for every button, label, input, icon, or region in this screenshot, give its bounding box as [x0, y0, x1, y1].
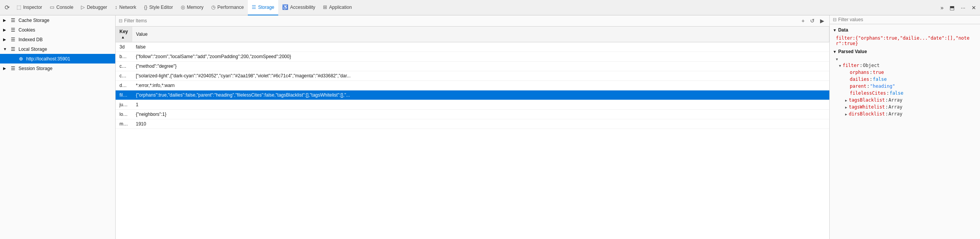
- style-editor-label: Style Editor: [149, 5, 173, 10]
- tree-child-value: true: [873, 70, 884, 75]
- table-row: mainWin...1910: [116, 119, 829, 129]
- indexed-db-icon: ☰: [10, 37, 16, 42]
- sidebar-item-cookies[interactable]: ▶ ☰ Cookies: [0, 25, 115, 35]
- tab-debugger[interactable]: ▷ Debugger: [77, 0, 111, 15]
- storage-table: Key ▲ Value 3dfalsebehavior{"follow":"zo…: [116, 27, 829, 239]
- cell-key[interactable]: justificati...: [116, 100, 132, 110]
- session-storage-icon: ☰: [10, 65, 16, 71]
- cell-key[interactable]: filter: [116, 90, 132, 100]
- table-row: 3dfalse: [116, 42, 829, 52]
- tab-accessibility[interactable]: ♿ Accessibility: [278, 0, 319, 15]
- tree-root-key: filter: [842, 63, 859, 68]
- tab-performance[interactable]: ◷ Performance: [207, 0, 248, 15]
- tree-child-arrow[interactable]: ▶: [845, 99, 847, 102]
- tree-child-key: orphans: [850, 70, 869, 75]
- cell-key[interactable]: local: [116, 110, 132, 119]
- cell-value[interactable]: 1910: [132, 119, 829, 129]
- tab-network[interactable]: ↕ Network: [111, 0, 140, 15]
- center-panel: ⊟ + ↺ ▶ Key ▲ Value: [116, 15, 830, 239]
- table-row: coloring{"method":"degree"}: [116, 62, 829, 71]
- parsed-tree: ▼ ▼ filter : Object orphans:truedailies:…: [830, 56, 980, 118]
- cell-key[interactable]: behavior: [116, 52, 132, 62]
- value-column-header[interactable]: Value: [132, 27, 829, 42]
- cell-value[interactable]: false: [132, 42, 829, 52]
- tree-expand-icon[interactable]: ▼: [836, 57, 838, 61]
- storage-icon: ☰: [252, 4, 256, 10]
- center-filter-input[interactable]: [124, 18, 798, 23]
- cell-key[interactable]: coloring: [116, 62, 132, 71]
- debugger-icon: ▷: [81, 4, 85, 10]
- cell-key[interactable]: colorThe...: [116, 71, 132, 81]
- tab-application[interactable]: ⊞ Application: [319, 0, 356, 15]
- console-icon: ▭: [50, 4, 54, 10]
- play-button[interactable]: ▶: [818, 17, 826, 25]
- sidebar-item-local-storage[interactable]: ▼ ☰ Local Storage: [0, 44, 115, 54]
- local-storage-icon: ☰: [10, 46, 16, 52]
- table-row: justificati...1: [116, 100, 829, 110]
- sidebar-item-label: http://localhost:35901: [26, 56, 70, 62]
- inspector-label: Inspector: [23, 5, 42, 10]
- data-section-header[interactable]: ▼ Data: [830, 26, 980, 34]
- cell-key[interactable]: debug: [116, 81, 132, 90]
- style-editor-icon: {}: [144, 4, 148, 10]
- cell-value[interactable]: *:error,*:info,*:warn: [132, 81, 829, 90]
- tree-child-value: "heading": [870, 84, 895, 89]
- refresh-button[interactable]: ↺: [808, 17, 817, 25]
- tree-child-colon: :: [870, 77, 872, 82]
- right-panel-content: ▼ Data filter:{"orphans":true,"dailie...…: [830, 24, 980, 239]
- cell-value[interactable]: {"follow":"zoom","localSame":"add","zoom…: [132, 52, 829, 62]
- main-content: ▶ ☰ Cache Storage ▶ ☰ Cookies ▶ ☰ Indexe…: [0, 15, 980, 239]
- options-button[interactable]: ···: [958, 3, 968, 12]
- tree-child-colon: :: [885, 111, 888, 117]
- application-icon: ⊞: [323, 4, 327, 10]
- key-column-header[interactable]: Key ▲: [116, 27, 132, 42]
- tree-root-arrow[interactable]: ▼: [839, 64, 841, 68]
- tab-console[interactable]: ▭ Console: [46, 0, 77, 15]
- sidebar-item-indexed-db[interactable]: ▶ ☰ Indexed DB: [0, 35, 115, 44]
- add-row-button[interactable]: +: [800, 17, 807, 25]
- tab-inspector[interactable]: ⬚ Inspector: [13, 0, 46, 15]
- sidebar-item-localhost[interactable]: ⊕ http://localhost:35901: [0, 54, 115, 64]
- tab-storage[interactable]: ☰ Storage: [248, 0, 278, 15]
- tree-child-value: Array: [889, 97, 903, 103]
- data-section-label: Data: [838, 27, 848, 33]
- tree-child-arrow[interactable]: ▶: [845, 105, 847, 109]
- cell-value[interactable]: ["solarized-light",{"dark-cyan":"#204052…: [132, 71, 829, 81]
- right-panel: ⊟ ▼ Data filter:{"orphans":true,"dailie.…: [830, 15, 980, 239]
- sidebar-item-session-storage[interactable]: ▶ ☰ Session Storage: [0, 64, 115, 73]
- tree-child-arrow[interactable]: ▶: [845, 112, 847, 116]
- tree-child-row: orphans:true: [830, 69, 980, 76]
- parsed-section-chevron: ▼: [833, 50, 837, 54]
- globe-icon: ⊕: [18, 56, 24, 62]
- right-filter-icon: ⊟: [833, 17, 837, 22]
- dock-button[interactable]: ⬒: [947, 3, 957, 12]
- tab-memory[interactable]: ◎ Memory: [177, 0, 207, 15]
- debugger-label: Debugger: [87, 5, 107, 10]
- cell-value[interactable]: {"neighbors":1}: [132, 110, 829, 119]
- accessibility-icon: ♿: [282, 4, 288, 10]
- sidebar-item-cache-storage[interactable]: ▶ ☰ Cache Storage: [0, 15, 115, 25]
- tab-style-editor[interactable]: {} Style Editor: [140, 0, 177, 15]
- cell-key[interactable]: mainWin...: [116, 119, 132, 129]
- parsed-section-label: Parsed Value: [838, 49, 867, 54]
- close-button[interactable]: ✕: [969, 3, 978, 12]
- cell-value[interactable]: 1: [132, 100, 829, 110]
- cell-value[interactable]: {"method":"degree"}: [132, 62, 829, 71]
- toolbar: ⟳ ⬚ Inspector ▭ Console ▷ Debugger ↕ Net…: [0, 0, 980, 15]
- sidebar-item-label: Cookies: [18, 27, 35, 33]
- tree-child-key: dirsBlocklist: [849, 111, 885, 117]
- parsed-section-header[interactable]: ▼ Parsed Value: [830, 47, 980, 56]
- right-filter-input[interactable]: [838, 17, 977, 22]
- table-row: behavior{"follow":"zoom","localSame":"ad…: [116, 52, 829, 62]
- cell-key[interactable]: 3d: [116, 42, 132, 52]
- tree-child-key: filelessCites: [850, 90, 886, 96]
- chevron-right-icon: ▶: [3, 66, 8, 70]
- chevron-down-icon: ▼: [3, 47, 8, 51]
- center-filter-bar: ⊟ + ↺ ▶: [116, 15, 829, 27]
- cell-value[interactable]: {"orphans":true,"dailies":false,"parent"…: [132, 90, 829, 100]
- tree-child-value: Array: [889, 111, 903, 117]
- tree-child-row: dailies:false: [830, 76, 980, 83]
- chevron-right-icon: ▶: [3, 28, 8, 32]
- more-tools-button[interactable]: »: [938, 3, 946, 12]
- sidebar-item-label: Cache Storage: [18, 18, 49, 23]
